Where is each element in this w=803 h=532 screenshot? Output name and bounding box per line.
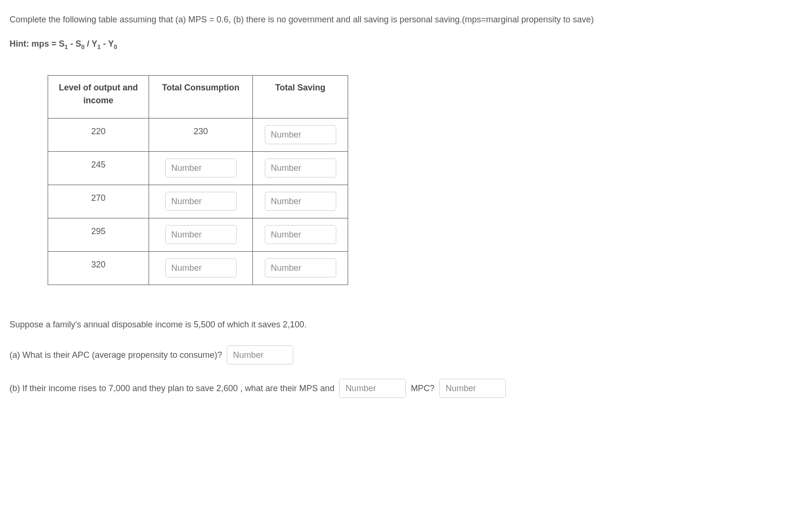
consumption-cell	[149, 252, 253, 285]
consumption-input-row3[interactable]	[165, 225, 237, 244]
income-cell: 220	[48, 118, 149, 152]
hint-formula: Hint: mps = S1 - S0 / Y1 - Y0	[10, 38, 793, 51]
mpc-input[interactable]	[439, 379, 506, 398]
consumption-input-row4[interactable]	[165, 258, 237, 277]
income-cell: 270	[48, 185, 149, 218]
income-cell: 295	[48, 218, 149, 252]
saving-input-row1[interactable]	[265, 158, 336, 177]
consumption-cell	[149, 152, 253, 185]
question-a-row: (a) What is their APC (average propensit…	[10, 345, 793, 365]
question-b-mpc-label: MPC?	[411, 382, 434, 395]
saving-input-row0[interactable]	[265, 125, 336, 144]
question-b-text: (b) If their income rises to 7,000 and t…	[10, 382, 334, 395]
header-income: Level of output and income	[48, 76, 149, 118]
hint-prefix: Hint: mps = S	[10, 39, 65, 49]
income-cell: 245	[48, 152, 149, 185]
saving-input-row3[interactable]	[265, 225, 336, 244]
question-a-text: (a) What is their APC (average propensit…	[10, 349, 222, 362]
saving-cell	[253, 185, 348, 218]
hint-sub2: 0	[81, 44, 85, 50]
mps-table: Level of output and income Total Consump…	[48, 75, 348, 285]
table-header-row: Level of output and income Total Consump…	[48, 76, 348, 118]
table-row: 245	[48, 152, 348, 185]
consumption-input-row1[interactable]	[165, 158, 237, 177]
mps-input[interactable]	[339, 379, 406, 398]
saving-input-row2[interactable]	[265, 192, 336, 211]
saving-cell	[253, 118, 348, 152]
saving-cell	[253, 152, 348, 185]
hint-mid1: - S	[68, 39, 81, 49]
table-row: 220 230	[48, 118, 348, 152]
hint-sub4: 0	[114, 44, 117, 50]
apc-input[interactable]	[227, 345, 293, 365]
table-row: 320	[48, 252, 348, 285]
saving-cell	[253, 252, 348, 285]
header-consumption: Total Consumption	[149, 76, 253, 118]
table-row: 295	[48, 218, 348, 252]
hint-mid2: / Y	[85, 39, 98, 49]
consumption-cell	[149, 218, 253, 252]
hint-mid3: - Y	[100, 39, 114, 49]
consumption-cell: 230	[149, 118, 253, 152]
consumption-input-row2[interactable]	[165, 192, 237, 211]
consumption-cell	[149, 185, 253, 218]
hint-sub1: 1	[65, 44, 68, 50]
question-b-row: (b) If their income rises to 7,000 and t…	[10, 379, 793, 398]
scenario-text: Suppose a family's annual disposable inc…	[10, 318, 793, 331]
saving-cell	[253, 218, 348, 252]
income-cell: 320	[48, 252, 149, 285]
saving-input-row4[interactable]	[265, 258, 336, 277]
header-saving: Total Saving	[253, 76, 348, 118]
problem-intro: Complete the following table assuming th…	[10, 13, 793, 26]
table-row: 270	[48, 185, 348, 218]
